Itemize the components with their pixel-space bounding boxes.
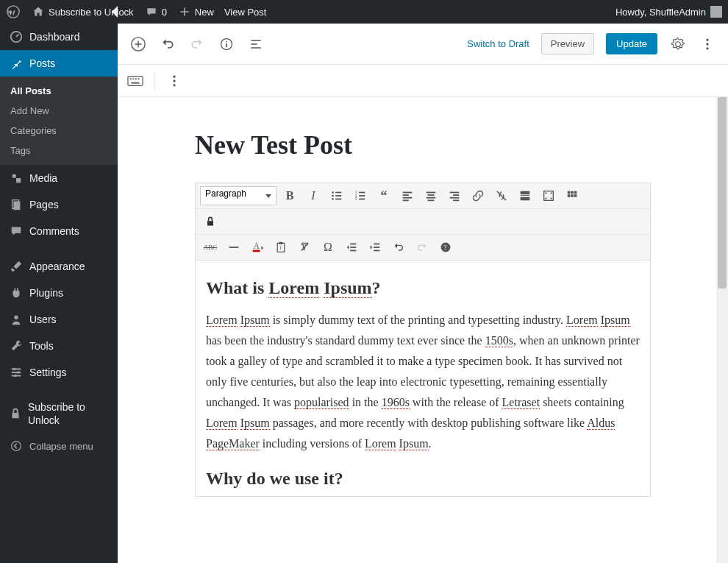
toolbar-toggle-button[interactable]: [562, 186, 582, 205]
sidebar-item-label: Pages: [29, 199, 59, 210]
submenu-add-new[interactable]: Add New: [0, 101, 118, 121]
align-right-button[interactable]: [444, 186, 465, 205]
help-button[interactable]: ?: [435, 238, 456, 257]
user-icon: [9, 312, 24, 327]
svg-point-2: [13, 174, 16, 178]
undo-button[interactable]: [159, 35, 176, 53]
more-menu-button[interactable]: [699, 35, 716, 53]
svg-rect-51: [453, 199, 459, 201]
bold-button[interactable]: B: [279, 186, 300, 205]
sidebar-item-plugins[interactable]: Plugins: [0, 280, 118, 306]
svg-rect-21: [132, 78, 134, 79]
collapse-icon: [9, 439, 24, 453]
collapse-menu[interactable]: Collapse menu: [0, 433, 118, 459]
bullet-list-button[interactable]: [326, 186, 347, 205]
chevron-down-icon: [265, 194, 271, 198]
undo2-button[interactable]: [388, 238, 409, 257]
readmore-button[interactable]: [515, 186, 535, 205]
sidebar-item-label: Comments: [29, 225, 79, 237]
redo2-button[interactable]: [412, 238, 432, 257]
redo-button[interactable]: [188, 35, 206, 53]
sidebar-item-pages[interactable]: Pages: [0, 191, 118, 218]
sliders-icon: [9, 365, 24, 380]
outdent-button[interactable]: [341, 238, 362, 257]
svg-rect-47: [428, 199, 435, 201]
svg-rect-50: [450, 197, 460, 199]
sidebar-item-label: Posts: [29, 57, 55, 69]
link-button[interactable]: [468, 186, 488, 205]
svg-rect-3: [16, 178, 21, 183]
post-title[interactable]: New Test Post: [195, 130, 651, 160]
svg-rect-10: [13, 413, 19, 418]
format-select-value: Paragraph: [205, 188, 246, 199]
comment-icon: [144, 4, 159, 19]
comments-link[interactable]: 0: [144, 4, 167, 19]
paste-text-button[interactable]: T: [271, 238, 291, 257]
site-link[interactable]: Subscribe to Unlock: [31, 4, 134, 19]
svg-point-26: [173, 79, 175, 82]
submenu-categories[interactable]: Categories: [0, 121, 118, 141]
editor-secondbar: [118, 65, 728, 97]
textcolor-button[interactable]: A: [247, 238, 268, 257]
scrollbar[interactable]: [716, 97, 728, 563]
svg-rect-52: [521, 191, 530, 195]
pages-icon: [9, 197, 24, 212]
svg-point-6: [14, 316, 18, 319]
wp-logo-icon[interactable]: [6, 4, 21, 19]
sidebar-item-users[interactable]: Users: [0, 306, 118, 333]
submenu-tags[interactable]: Tags: [0, 141, 118, 160]
svg-rect-74: [374, 250, 379, 252]
home-icon: [31, 4, 46, 19]
sidebar-item-subscribe[interactable]: Subscribe to Unlock: [0, 394, 118, 433]
sidebar-item-dashboard[interactable]: Dashboard: [0, 24, 118, 50]
keyboard-icon[interactable]: [126, 72, 144, 90]
update-button[interactable]: Update: [606, 33, 657, 54]
align-left-button[interactable]: [397, 186, 418, 205]
unlink-button[interactable]: [491, 186, 512, 205]
media-icon: [9, 171, 24, 185]
svg-point-9: [14, 375, 17, 378]
new-link[interactable]: New: [177, 4, 214, 19]
blockquote-button[interactable]: “: [374, 186, 394, 205]
strikethrough-button[interactable]: ABC: [200, 238, 221, 257]
indent-button[interactable]: [365, 238, 385, 257]
sidebar-item-media[interactable]: Media: [0, 165, 118, 191]
special-char-button[interactable]: Ω: [318, 238, 338, 257]
switch-to-draft[interactable]: Switch to Draft: [467, 38, 529, 49]
sidebar-submenu-posts: All Posts Add New Categories Tags: [0, 77, 118, 165]
sidebar-item-label: Appearance: [29, 261, 85, 272]
outline-button[interactable]: [247, 35, 265, 53]
preview-button[interactable]: Preview: [541, 33, 594, 54]
editor-canvas[interactable]: New Test Post Paragraph B I 123: [118, 97, 728, 563]
svg-rect-58: [574, 191, 577, 194]
sidebar-item-comments[interactable]: Comments: [0, 218, 118, 244]
svg-rect-35: [359, 192, 365, 194]
hr-button[interactable]: [224, 238, 244, 257]
lock-button[interactable]: [200, 212, 221, 231]
submenu-all-posts[interactable]: All Posts: [0, 81, 118, 101]
format-select[interactable]: Paragraph: [200, 186, 276, 205]
sidebar-item-appearance[interactable]: Appearance: [0, 253, 118, 280]
add-block-button[interactable]: [129, 35, 147, 53]
svg-rect-33: [335, 199, 341, 200]
sidebar-item-posts[interactable]: Posts: [0, 50, 118, 77]
sidebar-item-label: Dashboard: [29, 31, 80, 43]
settings-gear-button[interactable]: [669, 35, 687, 53]
fullscreen-button[interactable]: [538, 186, 559, 205]
sidebar-item-tools[interactable]: Tools: [0, 333, 118, 359]
svg-rect-54: [521, 197, 530, 201]
number-list-button[interactable]: 123: [350, 186, 371, 205]
align-center-button[interactable]: [421, 186, 441, 205]
clear-format-button[interactable]: [294, 238, 315, 257]
svg-text:T: T: [279, 245, 282, 250]
info-button[interactable]: [218, 35, 235, 53]
view-post-link[interactable]: View Post: [224, 7, 267, 18]
sidebar-item-settings[interactable]: Settings: [0, 359, 118, 386]
classic-content[interactable]: What is Lorem Ipsum? Lorem Ipsum is simp…: [196, 261, 650, 496]
svg-rect-19: [128, 76, 143, 85]
sidebar-item-label: Tools: [29, 340, 54, 352]
svg-rect-40: [403, 192, 413, 194]
block-more-button[interactable]: [165, 72, 183, 90]
howdy-link[interactable]: Howdy, ShuffleAdmin: [615, 6, 722, 18]
italic-button[interactable]: I: [303, 186, 324, 205]
